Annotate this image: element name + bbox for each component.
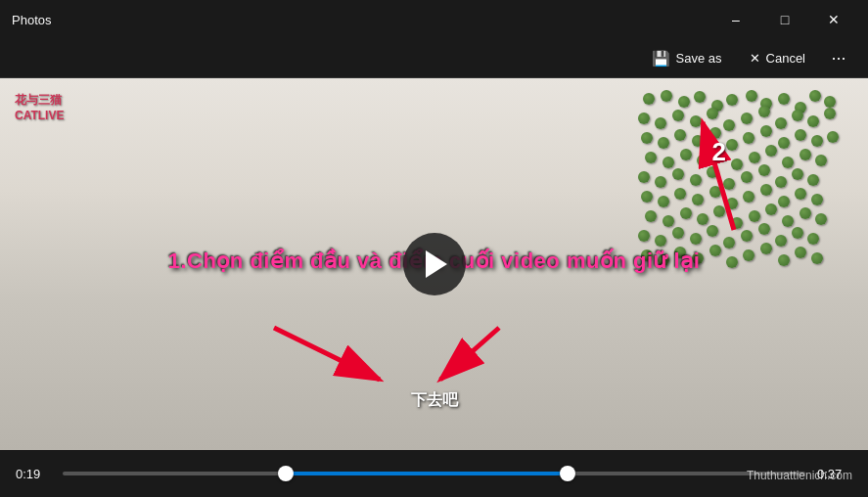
timeline-track[interactable]: [63, 472, 805, 475]
cat-logo-line1: 花与三猫: [15, 93, 64, 109]
cancel-label: Cancel: [766, 51, 805, 66]
more-options-button[interactable]: ···: [821, 43, 856, 74]
title-bar: Photos – □ ✕: [0, 0, 868, 39]
close-button[interactable]: ✕: [811, 4, 856, 35]
timeline-handle-end[interactable]: [560, 466, 575, 481]
video-controls: 0:19 0:37 Thuthuattienich.com: [0, 450, 868, 497]
cancel-icon: ✕: [750, 51, 760, 66]
save-icon: 💾: [652, 50, 670, 68]
cancel-button[interactable]: ✕ Cancel: [738, 43, 817, 74]
chinese-text: 下去吧: [411, 390, 458, 411]
title-bar-left: Photos: [12, 13, 51, 27]
maximize-button[interactable]: □: [762, 4, 807, 35]
current-time: 0:19: [16, 467, 51, 481]
timeline-progress: [286, 472, 568, 475]
cat-logo-line2: CATLIVE: [15, 109, 64, 124]
minimize-button[interactable]: –: [713, 4, 758, 35]
cat-logo: 花与三猫 CATLIVE: [15, 93, 64, 123]
play-button[interactable]: [403, 233, 466, 295]
more-icon: ···: [831, 48, 845, 68]
save-as-label: Save as: [676, 51, 722, 66]
app-title: Photos: [12, 13, 51, 27]
title-bar-controls: – □ ✕: [713, 4, 856, 35]
play-icon: [426, 250, 447, 278]
video-container: 花与三猫 CATLIVE: [0, 78, 868, 450]
toolbar: 💾 Save as ✕ Cancel ···: [0, 39, 868, 78]
annotation-number-2: 2: [712, 137, 726, 167]
video-frame: 花与三猫 CATLIVE: [0, 78, 868, 450]
timeline-handle-start[interactable]: [278, 466, 294, 481]
watermark: Thuthuattienich.com: [747, 469, 852, 482]
save-as-button[interactable]: 💾 Save as: [640, 43, 734, 74]
